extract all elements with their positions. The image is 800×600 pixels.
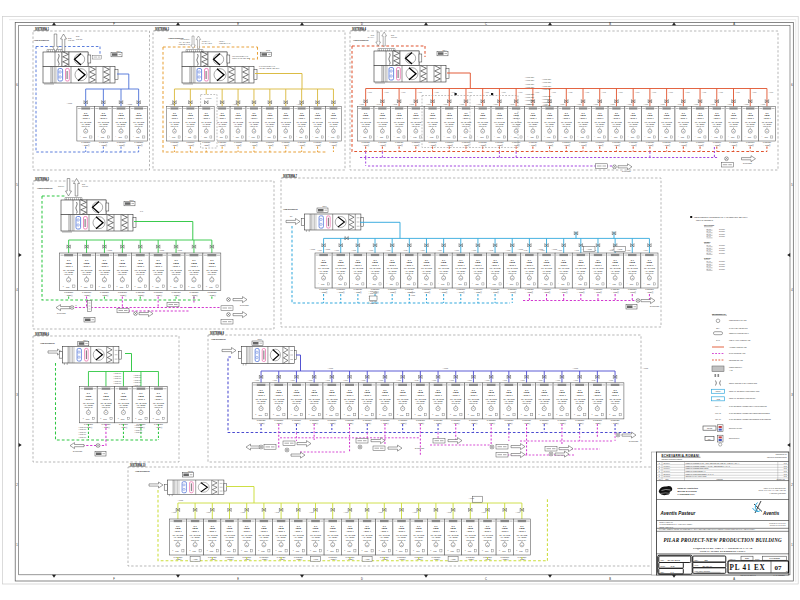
svg-text:(+)MCD: (+)MCD bbox=[386, 250, 391, 251]
svg-text:PL-41: PL-41 bbox=[707, 253, 711, 254]
svg-text:Date: Date bbox=[666, 478, 669, 480]
svg-text:(+)MCD: (+)MCD bbox=[401, 92, 406, 93]
svg-text:(+)MCD: (+)MCD bbox=[437, 250, 442, 251]
svg-text:date: date bbox=[661, 559, 665, 561]
svg-text:(+)MCD: (+)MCD bbox=[560, 104, 565, 105]
svg-text:EXPULSION: EXPULSION bbox=[650, 306, 660, 307]
svg-text:AIRE EXTERIOR: AIRE EXTERIOR bbox=[283, 208, 298, 210]
svg-text:NOM DU FICHIER DAO: NOM DU FICHIER DAO bbox=[741, 574, 757, 576]
svg-text:(+)MCD: (+)MCD bbox=[469, 498, 475, 499]
svg-text:(+)MCD: (+)MCD bbox=[752, 92, 757, 93]
svg-text:UM 5: UM 5 bbox=[130, 199, 134, 201]
svg-text:(+)MCD: (+)MCD bbox=[233, 104, 239, 105]
svg-text:MODIFICACIONES ROCKWOOL: MODIFICACIONES ROCKWOOL bbox=[686, 467, 709, 469]
svg-text:Modificac.: Modificac. bbox=[717, 479, 724, 480]
svg-text:(+)MCD: (+)MCD bbox=[481, 512, 486, 513]
svg-text:(+)MCD: (+)MCD bbox=[574, 250, 579, 251]
svg-text:(+)MCD: (+)MCD bbox=[518, 249, 524, 250]
svg-text:BIONE AIRES (7741): BIONE AIRES (7741) bbox=[660, 526, 674, 528]
svg-text:(+)MCD: (+)MCD bbox=[618, 92, 623, 93]
svg-text:(+)MCD: (+)MCD bbox=[170, 104, 176, 105]
svg-text:(+)MCD: (+)MCD bbox=[727, 104, 732, 105]
svg-text:(+)MCD 840: (+)MCD 840 bbox=[78, 434, 86, 435]
svg-text:300x150: 300x150 bbox=[719, 269, 725, 270]
svg-text:(+)MCD: (+)MCD bbox=[506, 250, 511, 251]
svg-text:(+)MCD: (+)MCD bbox=[556, 380, 561, 381]
svg-text:300x150: 300x150 bbox=[719, 250, 725, 251]
svg-text:(+)MCD: (+)MCD bbox=[591, 380, 596, 381]
svg-text:(+)MCD 1250: (+)MCD 1250 bbox=[542, 102, 551, 103]
svg-text:E: E bbox=[237, 577, 239, 581]
svg-text:(+)MCD: (+)MCD bbox=[177, 250, 183, 251]
svg-text:Fela :: Fela : bbox=[695, 564, 700, 566]
svg-text:(+)MCD 840: (+)MCD 840 bbox=[133, 385, 141, 386]
svg-text:(+)MCD 840: (+)MCD 840 bbox=[134, 425, 142, 426]
svg-text:Escl :: Escl : bbox=[695, 559, 700, 561]
svg-text:(+)MCD: (+)MCD bbox=[568, 92, 573, 93]
svg-text:INSTALACION TERMOMECANICA: INSTALACION TERMOMECANICA bbox=[699, 549, 746, 553]
svg-text:(+)MCD: (+)MCD bbox=[275, 512, 280, 513]
svg-text:(+)MCD: (+)MCD bbox=[635, 92, 640, 93]
svg-text:300x150: 300x150 bbox=[719, 229, 725, 230]
svg-text:(MCD45B HVAC): (MCD45B HVAC) bbox=[219, 42, 231, 44]
svg-text:C.N.: C.N. bbox=[784, 476, 788, 477]
svg-text:(+)MCD 840: (+)MCD 840 bbox=[133, 380, 141, 381]
svg-text:UM 4: UM 4 bbox=[443, 49, 447, 51]
svg-text:UM 3: UM 3 bbox=[266, 49, 270, 51]
svg-text:(+)MCD: (+)MCD bbox=[418, 92, 423, 93]
svg-text:(UMA-B): (UMA-B) bbox=[715, 412, 721, 414]
svg-text:e Associados S.P.L.: e Associados S.P.L. bbox=[678, 493, 696, 495]
svg-text:A-TB: A-TB bbox=[729, 369, 732, 371]
svg-text:bis: bis bbox=[786, 571, 788, 572]
svg-text:PERSIANA DE REGULACION MODULAN: PERSIANA DE REGULACION MODULANTE bbox=[729, 390, 759, 392]
svg-text:C: C bbox=[485, 22, 487, 26]
svg-text:300x150: 300x150 bbox=[719, 266, 725, 267]
svg-text:(+)MCD: (+)MCD bbox=[485, 92, 490, 93]
svg-text:(+)MCD: (+)MCD bbox=[313, 559, 318, 560]
svg-text:FUTURO: FUTURO bbox=[206, 98, 213, 99]
svg-text:(+)MCD: (+)MCD bbox=[602, 92, 607, 93]
svg-text:5: 5 bbox=[659, 471, 660, 472]
svg-text:PL-41: PL-41 bbox=[707, 266, 711, 267]
svg-text:UM 8: UM 8 bbox=[258, 338, 262, 340]
svg-text:(+)MCD: (+)MCD bbox=[309, 512, 314, 513]
svg-text:(+)MCD: (+)MCD bbox=[472, 250, 477, 251]
svg-text:(+)MCD: (+)MCD bbox=[343, 380, 348, 381]
svg-text:PRESION EN PASCALES: PRESION EN PASCALES bbox=[729, 319, 746, 321]
svg-text:(+)MCD: (+)MCD bbox=[551, 92, 556, 93]
svg-text:(+)MCD 840: (+)MCD 840 bbox=[78, 427, 86, 428]
svg-text:PERSIANA DE REGULACION ON-OFF: PERSIANA DE REGULACION ON-OFF bbox=[729, 397, 756, 399]
svg-text:LOS RADIALES SERAN:: LOS RADIALES SERAN: bbox=[696, 219, 714, 221]
svg-text:CANT. DE RENOVACIONES POR CALC: CANT. DE RENOVACIONES POR CALCULO TERMIC… bbox=[729, 405, 768, 407]
svg-text:(+)MCD 1250: (+)MCD 1250 bbox=[525, 94, 534, 95]
svg-text:EXTRACCION DE AIRE: EXTRACCION DE AIRE bbox=[729, 352, 745, 354]
svg-text:AIRE EXTERIOR: AIRE EXTERIOR bbox=[34, 39, 50, 41]
svg-text:(+)MCD: (+)MCD bbox=[414, 380, 419, 381]
svg-text:UM 1: UM 1 bbox=[117, 50, 121, 52]
svg-text:(+)MCD 840: (+)MCD 840 bbox=[134, 430, 142, 431]
svg-text:(+)MCD: (+)MCD bbox=[694, 104, 699, 105]
svg-text:(+)MCD: (+)MCD bbox=[710, 104, 715, 105]
svg-text:(+)MCD 840: (+)MCD 840 bbox=[134, 427, 142, 428]
svg-text:REFERENCIAS: REFERENCIAS bbox=[712, 313, 726, 315]
svg-text:CAMARA: CAMARA bbox=[704, 257, 712, 259]
svg-text:2: 2 bbox=[659, 468, 660, 469]
svg-text:SISTEMA 7: SISTEMA 7 bbox=[283, 174, 298, 178]
svg-text:C.N.: C.N. bbox=[784, 468, 788, 469]
svg-text:Ingeniería Termomecánica: Ingeniería Termomecánica bbox=[767, 456, 787, 458]
svg-text:(+)MCD: (+)MCD bbox=[127, 104, 133, 105]
svg-text:(+)MCD: (+)MCD bbox=[365, 559, 370, 560]
svg-text:(+)MCD: (+)MCD bbox=[443, 368, 449, 369]
svg-text:(+)MCD: (+)MCD bbox=[735, 92, 740, 93]
svg-text:N: N bbox=[76, 305, 77, 306]
svg-text:(+)MCD: (+)MCD bbox=[627, 104, 632, 105]
svg-text:E: E bbox=[237, 22, 239, 26]
svg-text:AL FAX DE LA PRESTADA INCLUIDA: AL FAX DE LA PRESTADA INCLUIDA O CARGOS … bbox=[659, 528, 756, 530]
svg-text:(UMA-N): (UMA-N) bbox=[715, 418, 721, 420]
svg-text:Paseo 46 y7 77-7272 dansa may: Paseo 46 y7 77-7272 dansa may bbox=[764, 488, 786, 489]
svg-text:Ech. :: Ech. : bbox=[661, 571, 666, 573]
svg-text:(+)MCD: (+)MCD bbox=[617, 249, 622, 250]
svg-text:(+)MCD 1250: (+)MCD 1250 bbox=[369, 303, 378, 304]
svg-text:(+)MCD: (+)MCD bbox=[403, 250, 408, 251]
svg-text:(+)MCD: (+)MCD bbox=[240, 512, 245, 513]
